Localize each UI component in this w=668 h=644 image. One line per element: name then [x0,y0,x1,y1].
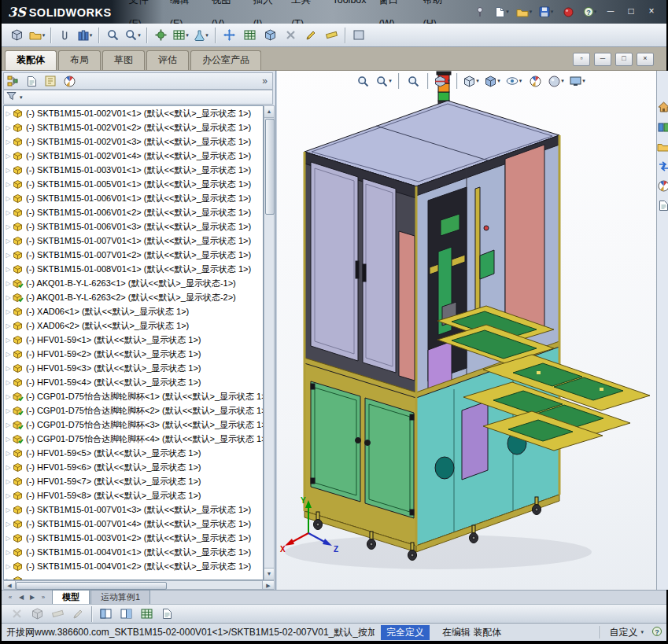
zoom-options-icon[interactable]: ▾ [123,25,143,46]
tree-item[interactable]: ▷(-) CGP01-D75怡合达脚轮脚杯<4> (默认<<默认>_显示状态 1… [4,432,263,446]
close-button[interactable]: × [641,4,662,20]
tree-item[interactable]: ▷(-) SKTB1M15-01-004V01<1> (默认<<默认>_显示状态… [4,545,263,559]
expand-arrow-icon[interactable]: ▷ [4,478,13,485]
upper-front-doors[interactable] [304,152,416,398]
expand-arrow-icon[interactable]: ▷ [4,521,13,528]
tree-item[interactable]: ▷(-) XAD06<1> (默认<<默认>_显示状态 1>) [4,304,263,318]
save-icon[interactable]: ▾ [536,2,556,21]
tree-item[interactable]: ▷(-) HFV01-59<7> (默认<<默认>_显示状态 1>) [4,474,263,488]
new-document-icon[interactable]: ▾ [492,2,512,21]
tree-item[interactable]: ▷(-) AKQ01-B-Y-L-6263<1> (默认<<默认>_显示状态-1… [4,276,263,290]
expand-arrow-icon[interactable]: ▷ [4,450,13,457]
graphics-viewport[interactable]: X Y Z ▾▾▾▾▾▾▾ [277,71,656,590]
move-component-icon[interactable] [219,25,239,46]
expand-arrow-icon[interactable]: ▷ [4,209,13,216]
doc-restore-button[interactable]: □ [615,53,633,66]
measure-icon[interactable] [47,605,68,624]
machine-model-canvas[interactable]: X Y Z [277,71,656,590]
tree-item[interactable]: ▷(-) SKTB1M15-01-007V01<4> (默认<<默认>_显示状态… [4,517,263,531]
tree-item[interactable]: ▷(-) SKTB1M15-01-005V01<1> (默认<<默认>_显示状态… [4,177,263,191]
expand-arrow-icon[interactable]: ▷ [4,322,13,329]
tab-scroll-prev-icon[interactable]: ◀ [16,591,27,604]
expand-arrow-icon[interactable]: ▷ [4,492,13,499]
expand-arrow-icon[interactable]: ▷ [4,294,13,301]
bill-of-materials-icon[interactable] [239,25,260,46]
panel-overflow-chevron[interactable]: » [257,75,272,86]
tree-item[interactable]: ▷(-) CGP01-D75怡合达脚轮脚杯<2> (默认<<默认>_显示状态 1… [4,403,263,418]
expand-arrow-icon[interactable]: ▷ [4,365,13,372]
custom-properties-icon[interactable] [657,197,668,213]
expand-arrow-icon[interactable]: ▷ [4,436,13,443]
no-external-references-icon[interactable] [280,25,301,46]
tree-item[interactable]: ▷(-) SKTB1M15-01-003V01<1> (默认<<默认>_显示状态… [4,163,263,177]
configurationmanager-tab-icon[interactable] [42,74,59,88]
expand-arrow-icon[interactable]: ▷ [4,110,13,117]
performance-report-icon[interactable] [157,605,177,624]
custom-toolbar-dropdown[interactable]: 自定义 ▾ ? [593,626,662,639]
command-tab-4[interactable]: 办公室产品 [190,50,261,70]
pane-single-icon[interactable] [95,605,116,624]
expand-arrow-icon[interactable]: ▷ [4,393,13,400]
tree-item[interactable]: ▷(-) SKTB1M15-01-002V01<4> (默认<<默认>_显示状态… [4,149,263,163]
scroll-right-arrow[interactable]: ▶ [262,581,274,589]
tree-item[interactable]: ▷(-) SKTB1M15-01-002V01<1> (默认<<默认>_显示状态… [4,106,263,120]
expand-arrow-icon[interactable]: ▷ [4,167,13,174]
attachment-icon[interactable] [54,25,75,46]
tree-item[interactable]: ▷ [4,573,263,580]
tree-item[interactable]: ▷(-) SKTB1M15-01-002V01<3> (默认<<默认>_显示状态… [4,134,263,149]
open-icon[interactable]: ▾ [514,2,534,21]
interference-detection-icon[interactable] [321,25,341,46]
expand-arrow-icon[interactable]: ▷ [4,563,13,570]
hide-components-icon[interactable] [6,605,27,624]
assembly-visualization-icon[interactable] [136,605,157,624]
expand-arrow-icon[interactable]: ▷ [4,421,13,429]
expand-arrow-icon[interactable]: ▷ [4,535,13,542]
doc-pane-button[interactable]: ▫ [573,53,590,66]
hscroll-thumb[interactable] [16,582,167,590]
tree-item[interactable]: ▷(-) HFV01-59<1> (默认<<默认>_显示状态 1>) [4,333,263,347]
tree-item[interactable]: ▷(-) SKTB1M15-01-006V01<1> (默认<<默认>_显示状态… [4,191,263,205]
expand-arrow-icon[interactable]: ▷ [4,124,13,131]
tree-item[interactable]: ▷(-) SKTB1M15-01-004V01<2> (默认<<默认>_显示状态… [4,559,263,573]
tree-item[interactable]: ▷(-) HFV01-59<4> (默认<<默认>_显示状态 1>) [4,375,263,389]
view-palette-icon[interactable] [657,158,668,174]
tree-item[interactable]: ▷(-) HFV01-59<3> (默认<<默认>_显示状态 1>) [4,361,263,375]
quick-tips-icon[interactable]: ? [652,626,662,639]
expand-arrow-icon[interactable]: ▷ [4,464,13,471]
doc-close-button[interactable]: × [637,53,654,66]
tree-item[interactable]: ▷(-) SKTB1M15-01-006V01<2> (默认<<默认>_显示状态… [4,205,263,219]
navigate-icon[interactable] [6,25,27,46]
pane-split-icon[interactable] [116,605,136,624]
component-pattern-icon[interactable]: ▾ [75,25,95,46]
expand-arrow-icon[interactable]: ▷ [4,153,13,160]
assembly-features-icon[interactable]: ▾ [171,25,191,46]
expand-arrow-icon[interactable]: ▷ [4,237,13,245]
display-style-icon[interactable]: ▾ [482,72,503,90]
doc-minimize-button[interactable]: ─ [594,53,611,66]
tree-item[interactable]: ▷(-) SKTB1M15-01-003V01<2> (默认<<默认>_显示状态… [4,531,263,545]
doc-tab-0[interactable]: 模型 [52,590,90,604]
expand-arrow-icon[interactable]: ▷ [4,337,13,344]
expand-arrow-icon[interactable]: ▷ [4,379,13,386]
file-explorer-icon[interactable] [657,138,668,154]
displaymanager-tab-icon[interactable] [61,74,78,88]
zoom-icon[interactable] [102,25,123,46]
tree-item[interactable]: ▷(-) AKQ01-B-Y-L-6263<2> (默认<<默认>_显示状态-2… [4,290,263,304]
expand-arrow-icon[interactable]: ▷ [4,407,13,414]
featuremanager-tree-tab-icon[interactable] [4,74,21,88]
view-orientation-icon[interactable]: ▾ [461,72,482,90]
expand-arrow-icon[interactable]: ▷ [4,252,13,259]
expand-arrow-icon[interactable]: ▷ [4,351,13,358]
view-settings-icon[interactable]: ▾ [567,72,588,90]
tree-item[interactable]: ▷(-) SKTB1M15-01-008V01<1> (默认<<默认>_显示状态… [4,262,263,276]
tree-item[interactable]: ▷(-) SKTB1M15-01-006V01<3> (默认<<默认>_显示状态… [4,219,263,234]
smart-fasteners-icon[interactable] [150,25,171,46]
explode-line-sketch-icon[interactable] [301,25,321,46]
pin-icon[interactable] [470,2,490,21]
markup-icon[interactable] [68,605,88,624]
tree-item[interactable]: ▷(-) CGP01-D75怡合达脚轮脚杯<1> (默认<<默认>_显示状态 1… [4,389,263,403]
open-document-icon[interactable]: ▾ [27,25,47,46]
doc-tab-1[interactable]: 运动算例1 [90,590,150,604]
hide-show-items-icon[interactable]: ▾ [504,72,524,90]
expand-arrow-icon[interactable]: ▷ [4,223,13,230]
